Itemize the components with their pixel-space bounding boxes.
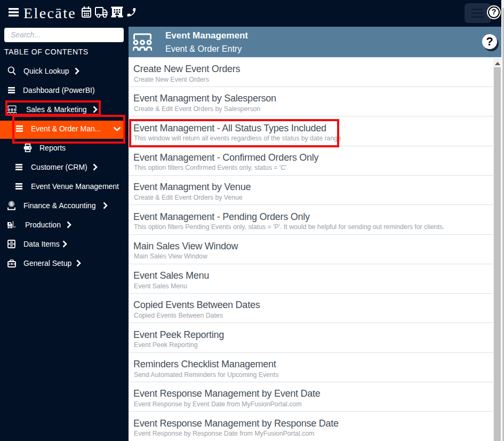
svg-text:$: $ <box>10 201 13 207</box>
